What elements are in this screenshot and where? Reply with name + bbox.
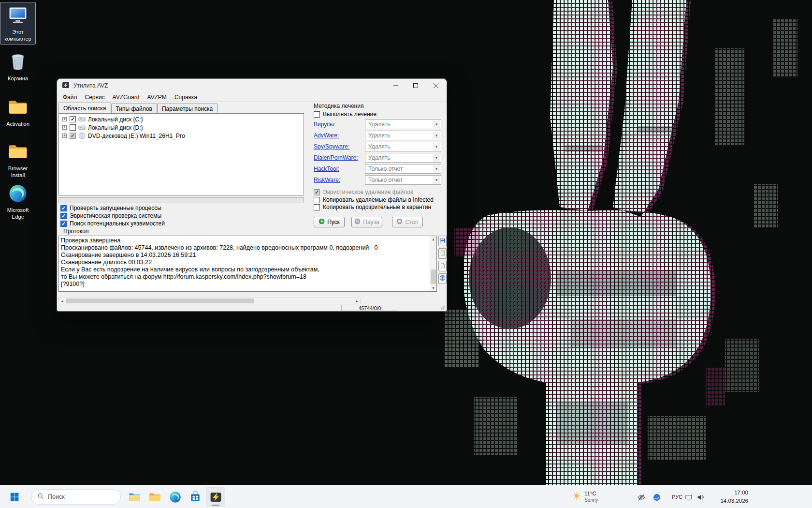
option-heuristic-check[interactable]: ✓ Эвристическая проверка системы	[60, 212, 161, 219]
dropdown-arrow-icon[interactable]: ▾	[433, 132, 440, 139]
heuristic-delete-row[interactable]: ✓ Эвристическое удаление файлов	[314, 189, 413, 195]
start-button[interactable]	[5, 487, 24, 507]
drive-e-checkbox[interactable]: ✓	[70, 133, 76, 139]
drive-d-checkbox[interactable]	[70, 124, 76, 131]
scroll-up-icon[interactable]: ▲	[430, 236, 436, 242]
combo-value: Только отчет	[368, 165, 403, 172]
stop-scan-button[interactable]: Стоп	[392, 217, 423, 227]
checkbox[interactable]: ✓	[60, 213, 67, 219]
category-link-viruses[interactable]: Вирусы:	[314, 121, 335, 128]
checkmark-icon: ✓	[61, 221, 66, 226]
start-scan-button[interactable]: Пуск	[314, 217, 345, 227]
eye-off-icon[interactable]	[637, 493, 646, 502]
dropdown-arrow-icon[interactable]: ▾	[433, 143, 440, 150]
menu-avzpm[interactable]: AVZPM	[143, 93, 170, 102]
taskbar-clock[interactable]: 17:00 14.03.2026	[710, 489, 748, 505]
taskbar-weather[interactable]: 11°C Sunny	[569, 488, 601, 506]
tray-app-icon[interactable]	[652, 493, 661, 502]
protocol-log[interactable]: Проверка завершена Просканировано файлов…	[58, 236, 437, 292]
minimize-button[interactable]	[386, 79, 406, 92]
category-link-riskware[interactable]: RiskWare:	[314, 177, 340, 183]
close-button[interactable]	[426, 79, 446, 92]
copy-infected-checkbox[interactable]	[314, 197, 320, 203]
tab-file-types[interactable]: Типы файлов	[111, 104, 157, 113]
dropdown-arrow-icon[interactable]: ▾	[433, 120, 440, 128]
category-link-dialer[interactable]: Dialer/PornWare:	[314, 154, 358, 161]
heuristic-delete-checkbox[interactable]: ✓	[314, 189, 320, 195]
combo-value: Только отчет	[368, 177, 403, 183]
option-label: Эвристическая проверка системы	[70, 212, 161, 219]
volume-icon[interactable]	[696, 493, 705, 502]
script-icon	[440, 250, 446, 257]
desktop-icon-edge[interactable]: Microsoft Edge	[0, 181, 36, 223]
menu-service[interactable]: Сервис	[81, 93, 109, 102]
menu-help[interactable]: Справка	[171, 93, 201, 102]
perform-treatment-checkbox[interactable]	[314, 111, 320, 118]
action-combo-dialer[interactable]: Удалять▾	[365, 153, 441, 163]
log-horizontal-scrollbar[interactable]: ◄ ►	[58, 298, 361, 304]
dropdown-arrow-icon[interactable]: ▾	[433, 154, 440, 162]
dropdown-arrow-icon[interactable]: ▾	[433, 165, 440, 173]
taskbar-search[interactable]	[31, 489, 121, 505]
desktop-icon-activation[interactable]: Activation	[0, 94, 36, 130]
pause-label: Пауза	[363, 219, 379, 225]
desktop[interactable]: Этот компьютер Корзина Activation Browse…	[0, 0, 812, 508]
scroll-left-icon[interactable]: ◄	[59, 298, 65, 304]
tab-search-params[interactable]: Параметры поиска	[157, 104, 218, 113]
expand-icon[interactable]: +	[62, 134, 67, 138]
desktop-icon-recycle-bin[interactable]: Корзина	[0, 48, 36, 84]
tab-search-area[interactable]: Область поиска	[58, 103, 111, 113]
scrollbar-thumb[interactable]	[66, 299, 254, 303]
search-input[interactable]	[48, 493, 106, 500]
option-check-processes[interactable]: ✓ Проверять запущенные процессы	[60, 205, 161, 211]
taskbar-edge[interactable]	[165, 487, 185, 507]
category-link-advware[interactable]: AdvWare:	[314, 132, 339, 139]
action-combo-spyware[interactable]: Удалять▾	[365, 142, 441, 151]
taskbar-folder[interactable]	[145, 487, 164, 507]
scrollbar-thumb[interactable]	[431, 269, 436, 284]
copy-quarantine-checkbox[interactable]	[314, 204, 320, 210]
drive-c-checkbox[interactable]: ✓	[70, 116, 76, 122]
option-vulnerability-search[interactable]: ✓ Поиск потенциальных уязвимостей	[60, 220, 165, 227]
checkbox[interactable]: ✓	[60, 205, 67, 211]
expand-icon[interactable]: +	[62, 117, 67, 121]
tree-row-drive-d[interactable]: + Локальный диск (D:)	[59, 123, 304, 132]
action-combo-hacktool[interactable]: Только отчет▾	[365, 164, 441, 174]
language-indicator[interactable]: РУС	[669, 485, 685, 508]
taskbar-file-explorer[interactable]	[125, 487, 144, 507]
checkbox[interactable]: ✓	[60, 221, 67, 227]
maximize-button[interactable]	[406, 79, 426, 92]
scroll-right-icon[interactable]: ►	[354, 298, 360, 304]
log-vertical-scrollbar[interactable]: ▲ ▼	[430, 236, 436, 291]
web-button[interactable]	[438, 273, 447, 284]
taskbar-store[interactable]	[186, 487, 205, 507]
expand-icon[interactable]: +	[62, 125, 67, 130]
action-combo-advware[interactable]: Удалять▾	[365, 131, 441, 140]
scan-scope-tree[interactable]: + ✓ Локальный диск (C:) + Локальный диск…	[58, 113, 304, 195]
perform-treatment-row[interactable]: Выполнять лечение:	[314, 111, 378, 118]
tree-row-drive-e[interactable]: + ✓ DVD-дисковод (E:) Win11_26H1_Pro	[59, 132, 304, 140]
treatment-group-label: Методика лечения	[314, 103, 363, 109]
menu-avzguard[interactable]: AVZGuard	[109, 93, 144, 102]
scroll-down-icon[interactable]: ▼	[430, 285, 436, 291]
log-line: Если у Вас есть подозрение на наличие ви…	[61, 266, 428, 273]
pause-scan-button[interactable]: Пауза	[351, 217, 382, 227]
category-link-spyware[interactable]: Spy/Spyware:	[314, 143, 349, 150]
taskbar-avz[interactable]	[206, 487, 225, 507]
resize-grip[interactable]	[439, 304, 445, 310]
script-button[interactable]	[438, 248, 447, 259]
copy-infected-row[interactable]: Копировать удаляемые файлы в Infected	[314, 196, 434, 203]
dropdown-arrow-icon[interactable]: ▾	[433, 176, 440, 184]
log-line: то Вы можете обратиться на форум http://…	[61, 273, 428, 281]
action-combo-viruses[interactable]: Удалять▾	[365, 120, 441, 129]
tree-row-drive-c[interactable]: + ✓ Локальный диск (C:)	[59, 115, 304, 123]
desktop-icon-this-pc[interactable]: Этот компьютер	[0, 2, 36, 45]
copy-quarantine-row[interactable]: Копировать подозрительные в карантин	[314, 204, 431, 210]
action-combo-riskware[interactable]: Только отчет▾	[365, 175, 441, 185]
report-button[interactable]	[438, 261, 447, 271]
save-log-button[interactable]	[438, 236, 447, 246]
desktop-icon-browser-install[interactable]: Browser Install	[0, 138, 36, 181]
category-link-hacktool[interactable]: HackTool:	[314, 165, 339, 172]
network-icon[interactable]	[684, 493, 693, 502]
menu-file[interactable]: Файл	[59, 93, 81, 102]
